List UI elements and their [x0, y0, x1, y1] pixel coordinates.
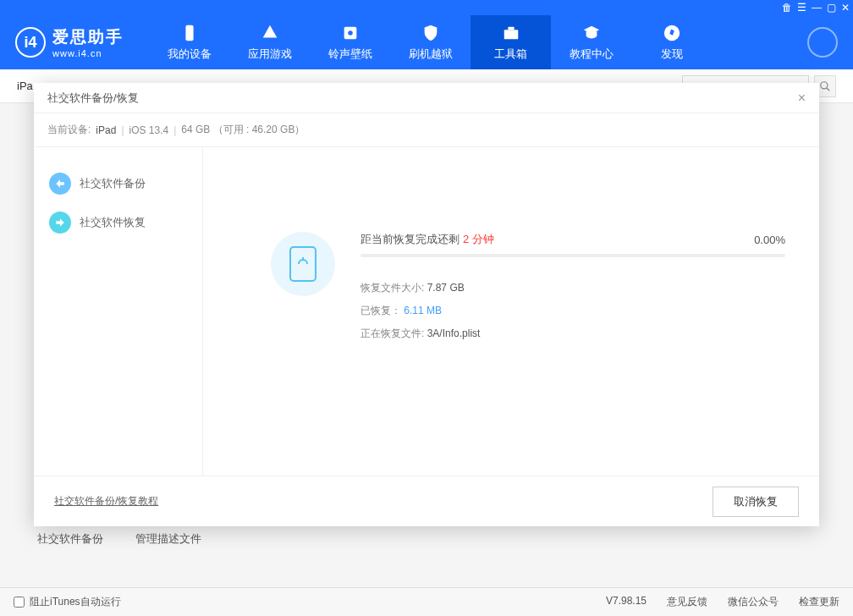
titlebar-close-icon[interactable]: ✕ — [841, 3, 850, 13]
feedback-link[interactable]: 意见反馈 — [667, 595, 707, 609]
version-label: V7.98.15 — [606, 595, 647, 609]
titlebar-maximize-icon[interactable]: ▢ — [827, 3, 836, 13]
nav-toolbox[interactable]: 工具箱 — [471, 15, 551, 69]
block-itunes-checkbox[interactable]: 阻止iTunes自动运行 — [14, 595, 121, 609]
compass-icon — [663, 24, 681, 42]
window-titlebar: 🗑 ☰ — ▢ ✕ — [0, 0, 853, 15]
modal-footer: 社交软件备份/恢复教程 取消恢复 — [34, 476, 819, 526]
modal-sidebar: 社交软件备份 社交软件恢复 — [34, 147, 203, 476]
sidebar-item-restore[interactable]: 社交软件恢复 — [34, 203, 202, 242]
current-file-row: 正在恢复文件: 3A/Info.plist — [360, 327, 785, 341]
progress-percent: 0.00% — [754, 234, 785, 246]
titlebar-lock-icon[interactable]: 🗑 — [782, 3, 792, 13]
titlebar-menu-icon[interactable]: ☰ — [797, 3, 806, 13]
svg-point-2 — [348, 30, 353, 36]
search-icon — [819, 80, 831, 92]
education-icon — [582, 24, 601, 42]
sidebar-item-backup[interactable]: 社交软件备份 — [34, 164, 202, 203]
svg-point-6 — [821, 81, 828, 88]
apps-icon — [261, 24, 279, 42]
restore-arrow-icon — [49, 212, 71, 234]
status-bar: 阻止iTunes自动运行 V7.98.15 意见反馈 微信公众号 检查更新 — [0, 587, 853, 616]
breadcrumb: iPa — [17, 80, 33, 92]
svg-rect-3 — [504, 30, 518, 39]
time-remaining: 2 分钟 — [463, 232, 494, 247]
device-icon — [180, 24, 199, 42]
nav-ringtone[interactable]: 铃声壁纸 — [310, 15, 390, 69]
logo-text-cn: 爱思助手 — [52, 26, 124, 48]
restore-modal: 社交软件备份/恢复 × 当前设备: iPad | iOS 13.4 | 64 G… — [34, 83, 819, 526]
ringtone-icon — [341, 24, 360, 42]
check-update-link[interactable]: 检查更新 — [799, 595, 839, 609]
nav-apps[interactable]: 应用游戏 — [229, 15, 310, 69]
nav-discover[interactable]: 发现 — [631, 15, 712, 69]
wechat-link[interactable]: 微信公众号 — [728, 595, 779, 609]
svg-rect-7 — [290, 247, 316, 281]
shield-icon — [421, 24, 440, 42]
restored-row: 已恢复： 6.11 MB — [360, 304, 785, 318]
nav-my-device[interactable]: 我的设备 — [149, 15, 229, 69]
ios-version: iOS 13.4 — [129, 124, 169, 136]
progress-bar — [360, 254, 785, 257]
titlebar-minimize-icon[interactable]: — — [812, 3, 822, 13]
nav-tutorial[interactable]: 教程中心 — [551, 15, 631, 69]
file-size-row: 恢复文件大小: 7.87 GB — [360, 281, 785, 295]
svg-rect-4 — [508, 26, 514, 30]
logo-text-en: www.i4.cn — [52, 48, 124, 58]
backup-arrow-icon — [49, 173, 71, 195]
nav-flash[interactable]: 刷机越狱 — [390, 15, 471, 69]
modal-title-bar: 社交软件备份/恢复 × — [34, 83, 819, 113]
app-logo[interactable]: i4 爱思助手 www.i4.cn — [15, 26, 124, 58]
main-header: i4 爱思助手 www.i4.cn 我的设备 应用游戏 铃声壁纸 刷机越狱 工具… — [0, 15, 853, 69]
cancel-restore-button[interactable]: 取消恢复 — [713, 487, 799, 517]
device-info-bar: 当前设备: iPad | iOS 13.4 | 64 GB （可用 : 46.2… — [34, 113, 819, 147]
download-icon — [816, 36, 829, 49]
modal-close-button[interactable]: × — [798, 91, 806, 106]
toolbox-icon — [502, 24, 520, 42]
main-nav: 我的设备 应用游戏 铃声壁纸 刷机越狱 工具箱 教程中心 发现 — [149, 15, 712, 69]
restore-phone-icon — [271, 232, 335, 296]
svg-rect-0 — [185, 25, 193, 40]
device-name: iPad — [96, 124, 116, 136]
storage-info: 64 GB （可用 : 46.20 GB） — [181, 123, 305, 137]
modal-main: 距当前恢复完成还剩 2 分钟 0.00% 恢复文件大小: 7.87 GB 已恢复… — [203, 147, 819, 476]
download-button[interactable] — [807, 27, 838, 58]
progress-label: 距当前恢复完成还剩 2 分钟 0.00% — [360, 232, 785, 247]
tutorial-link[interactable]: 社交软件备份/恢复教程 — [54, 494, 158, 509]
modal-title: 社交软件备份/恢复 — [47, 91, 139, 106]
logo-icon: i4 — [15, 27, 46, 58]
